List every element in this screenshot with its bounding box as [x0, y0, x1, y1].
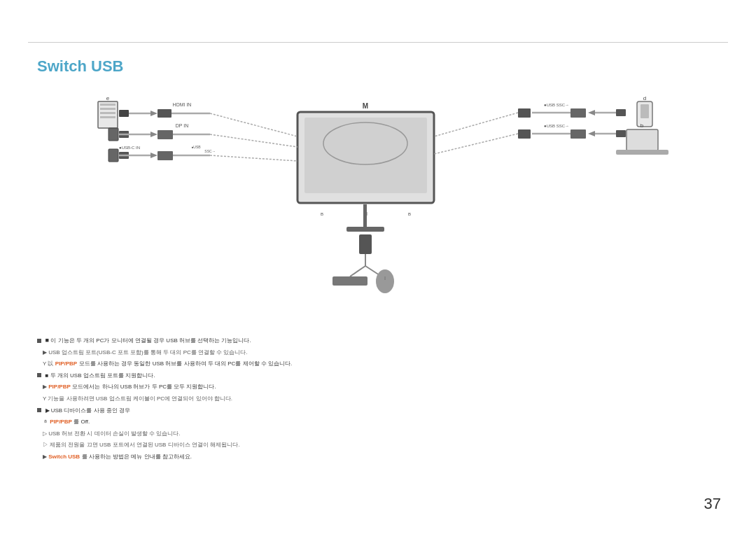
text-line-11: ▶ Switch USB 를 사용하는 방법은 메뉴 안내를 참고하세요. [37, 452, 728, 461]
svg-rect-52 [518, 108, 531, 118]
svg-rect-1 [100, 104, 115, 106]
svg-rect-2 [100, 108, 115, 110]
svg-rect-57 [616, 130, 626, 137]
svg-rect-50 [570, 108, 586, 118]
svg-rect-9 [158, 109, 172, 118]
svg-text:DP IN: DP IN [176, 123, 189, 128]
svg-rect-54 [626, 129, 658, 150]
page-number: 37 [704, 495, 721, 513]
page-title: Switch USB [37, 57, 123, 76]
svg-text:HDMI IN: HDMI IN [173, 102, 192, 107]
svg-text:B: B [408, 212, 411, 216]
svg-text:e: e [106, 95, 110, 101]
svg-text:●USB SSC→: ●USB SSC→ [544, 124, 569, 128]
text-content-area: ■ 이 기능은 두 개의 PC가 모니터에 연결될 경우 USB 허브를 선택하… [37, 336, 728, 464]
text-line-10: ▷ 제품의 전원을 끄면 USB 포트에서 연결된 USB 디바이스 연결이 해… [37, 440, 728, 449]
svg-rect-3 [100, 112, 115, 114]
svg-line-39 [350, 266, 365, 276]
svg-rect-13 [108, 128, 118, 141]
top-divider [28, 42, 728, 43]
svg-text:B: B [321, 212, 323, 216]
svg-rect-45 [640, 104, 649, 118]
svg-text:●USB: ●USB [191, 145, 201, 149]
svg-rect-4 [100, 116, 115, 118]
svg-line-64 [210, 113, 298, 136]
svg-text:●USB SSC→: ●USB SSC→ [544, 103, 569, 107]
text-line-6: Y 기능을 사용하려면 USB 업스트림 케이블이 PC에 연결되어 있어야 합… [37, 394, 728, 403]
svg-rect-37 [359, 234, 372, 254]
diagram-illustration: e HDMI IN DP IN ●USB-C IN ●USB SSC→ M B … [28, 91, 728, 322]
svg-rect-35 [363, 204, 367, 227]
svg-marker-8 [150, 111, 158, 116]
svg-line-68 [434, 134, 518, 154]
svg-line-65 [210, 134, 298, 147]
svg-text:M: M [363, 102, 368, 110]
text-line-7: ▶ USB 디바이스를 사용 중인 경우 [37, 406, 728, 415]
svg-marker-49 [588, 110, 595, 115]
svg-rect-20 [108, 149, 118, 162]
svg-marker-59 [588, 131, 595, 136]
text-line-4: ■ 두 개의 USB 업스트림 포트를 지원합니다. [37, 371, 728, 380]
svg-text:●USB-C IN: ●USB-C IN [119, 146, 140, 150]
svg-marker-15 [150, 132, 158, 137]
svg-rect-41 [332, 276, 368, 286]
text-line-5: ▶ PIP/PBP 모드에서는 하나의 USB 허브가 두 PC를 모두 지원합… [37, 382, 728, 391]
svg-text:d: d [643, 95, 646, 101]
text-line-3: Y 以 PIP/PBP 모드를 사용하는 경우 동일한 USB 허브를 사용하여… [37, 359, 728, 368]
svg-text:b: b [640, 122, 644, 129]
svg-text:SSC→: SSC→ [204, 149, 215, 153]
svg-rect-60 [570, 129, 586, 139]
svg-line-67 [434, 113, 518, 136]
svg-rect-16 [158, 130, 173, 139]
svg-rect-55 [616, 150, 668, 155]
svg-rect-6 [119, 110, 129, 117]
svg-line-66 [210, 155, 298, 161]
text-line-9: ▷ USB 허브 전환 시 데이터 손실이 발생할 수 있습니다. [37, 429, 728, 438]
text-line-8: ᇂ PIP/PBP 를 Off. [37, 417, 728, 426]
text-line-1: ■ 이 기능은 두 개의 PC가 모니터에 연결될 경우 USB 허브를 선택하… [37, 336, 728, 345]
text-line-2: ▶ USB 업스트림 포트(USB-C 포트 포함)를 통해 두 대의 PC를 … [37, 348, 728, 357]
svg-point-42 [376, 269, 394, 293]
svg-rect-23 [158, 151, 173, 160]
svg-rect-36 [346, 227, 384, 232]
svg-rect-62 [518, 129, 531, 139]
svg-marker-22 [150, 153, 158, 158]
svg-rect-29 [304, 118, 427, 193]
svg-rect-47 [616, 109, 626, 116]
